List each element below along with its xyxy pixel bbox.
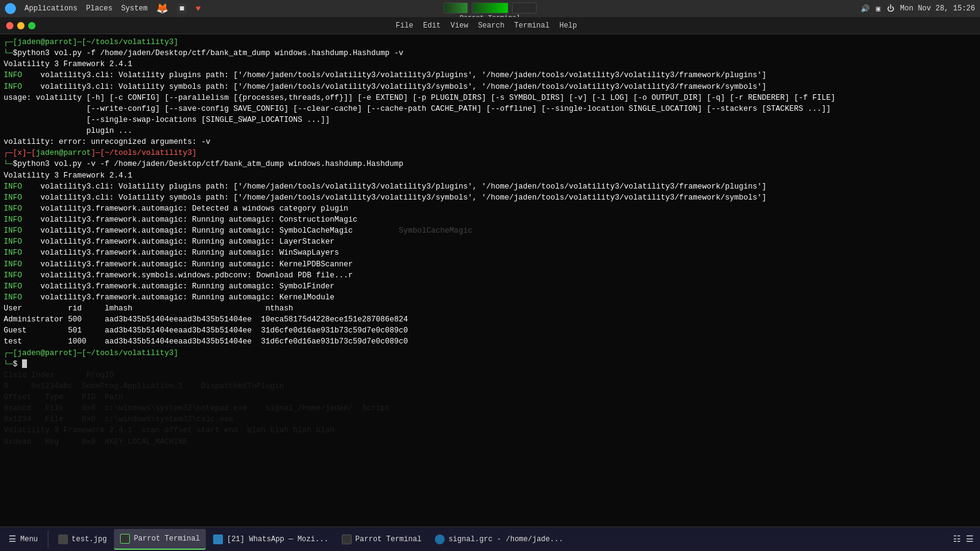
terminal-line: ┌─[x]─[jaden@parrot]─[~/tools/volatility… [4,148,976,159]
close-button[interactable] [6,22,13,29]
screen-icon: ▣ [876,4,880,13]
terminal-icon2 [342,534,352,544]
parrot-icon2: ♥ [195,4,200,13]
terminal-line: plugin ... [4,126,976,137]
terminal-line: INFO volatility3.cli: Volatility symbols… [4,81,976,92]
browser-icon: 🦊 [156,2,168,15]
terminal-line: usage: volatility [-h] [-c CONFIG] [--pa… [4,92,976,103]
topbar-places[interactable]: Places [86,4,112,13]
menu-help[interactable]: Help [559,21,577,30]
terminal-line: [--single-swap-locations [SINGLE_SWAP_LO… [4,114,976,126]
terminal-line: INFO volatility3.framework.automagic: Ru… [4,247,976,258]
faded-line: Clsid Index ProgID [4,370,976,381]
terminal-titlebar: File Edit View Search Terminal Help [0,17,980,34]
browser-icon2 [213,534,223,544]
terminal-window: File Edit View Search Terminal Help ┌─[j… [0,17,980,527]
terminal-line: volatility: error: unrecognized argument… [4,137,976,148]
minimize-button[interactable] [17,22,24,29]
taskbar-item-testjpg[interactable]: test.jpg [52,529,113,550]
taskbar-right-icons: ☷ ☰ [953,534,978,544]
terminal-icon1 [120,534,130,544]
taskbar-grid-icon: ☷ [953,534,961,544]
terminal-line: └─$ [4,359,976,370]
cursor [22,359,27,368]
maximize-button[interactable] [28,22,36,29]
taskbar-item-whatsapp[interactable]: [21] WhatsApp — Mozi... [207,529,334,550]
taskbar-menu-label: Menu [20,535,38,544]
faded-line: 0x1234 File 0x0 c:\windows\system32\calc… [4,414,976,425]
terminal-content[interactable]: ┌─[jaden@parrot]─[~/tools/volatility3] └… [0,34,980,527]
taskbar-signal-label: signal.grc - /home/jade... [448,535,563,544]
taskbar-terminal1-label: Parrot Terminal [134,534,200,543]
terminal-icon: ■ [177,3,187,14]
taskbar-view-icon: ☰ [966,534,974,544]
faded-line: 0 0x1234abc SomeProg.Application.1 Dispa… [4,381,976,392]
terminal-line: INFO volatility3.framework.automagic: De… [4,203,976,214]
volume-icon: 🔊 [861,4,870,13]
taskbar-item-terminal1[interactable]: Parrot Terminal [114,529,206,550]
terminal-line: Volatility 3 Framework 2.4.1 [4,170,976,181]
terminal-line: INFO volatility3.framework.automagic: Ru… [4,292,976,303]
taskbar-separator [48,531,48,548]
terminal-line: Volatility 3 Framework 2.4.1 [4,59,976,70]
faded-line: Offset Type PID Path [4,392,976,403]
taskbar: ☰ Menu test.jpg Parrot Terminal [21] Wha… [0,527,980,551]
topbar-applications[interactable]: Applications [24,4,77,13]
taskbar-whatsapp-label: [21] WhatsApp — Mozi... [227,535,328,544]
topbar-right: 🔊 ▣ ⏻ Mon Nov 28, 15:26 [861,4,975,13]
terminal-line: INFO volatility3.framework.automagic: Ru… [4,259,976,270]
table-row-test: test 1000 aad3b435b51404eeaad3b435b51404… [4,336,976,347]
topbar-left: Applications Places System 🦊 ■ ♥ [5,2,201,15]
terminal-line: [--write-config] [--save-config SAVE_CON… [4,103,976,114]
taskbar-menu-button[interactable]: ☰ Menu [2,529,44,550]
terminal-line: INFO volatility3.framework.automagic: Ru… [4,236,976,247]
parrot-logo-icon [5,3,16,14]
faded-line: 0xdead Reg 0x0 HKEY_LOCAL_MACHINE [4,437,976,448]
power-icon: ⏻ [887,4,894,13]
menu-edit[interactable]: Edit [423,21,441,30]
taskbar-testjpg-label: test.jpg [72,535,107,544]
system-topbar: Applications Places System 🦊 ■ ♥ Parrot … [0,0,980,17]
taskbar-terminal2-label: Parrot Terminal [355,535,421,544]
terminal-line: INFO volatility3.framework.automagic: Ru… [4,225,976,236]
table-row-admin: Administrator 500 aad3b435b51404eeaad3b4… [4,314,976,325]
terminal-line: └─$python3 vol.py -f /home/jaden/Desktop… [4,48,976,59]
taskbar-item-terminal2[interactable]: Parrot Terminal [336,529,428,550]
datetime: Mon Nov 28, 15:26 [900,4,975,13]
table-header-line: User rid lmhash nthash [4,303,976,314]
menu-file[interactable]: File [396,21,413,30]
taskbar-item-signal[interactable]: signal.grc - /home/jade... [429,529,569,550]
menu-terminal[interactable]: Terminal [514,21,550,30]
menu-view[interactable]: View [451,21,469,30]
titlebar-controls [6,22,36,29]
faded-line: Volatility 3 Framework 2.4.1 scan offset… [4,425,976,436]
menu-icon: ☰ [9,534,17,544]
terminal-line: INFO volatility3.cli: Volatility symbols… [4,192,976,203]
terminal-line: └─$python3 vol.py -v -f /home/jaden/Desk… [4,159,976,170]
faded-line: 0xabcd File 0x0 c:\windows\system32\note… [4,403,976,414]
titlebar-menus: File Edit View Search Terminal Help [396,21,577,30]
terminal-line: ┌─[jaden@parrot]─[~/tools/volatility3] [4,348,976,359]
terminal-line: INFO volatility3.cli: Volatility plugins… [4,181,976,192]
image-icon [58,534,68,544]
table-row-guest: Guest 501 aad3b435b51404eeaad3b435b51404… [4,325,976,336]
terminal-line: INFO volatility3.framework.automagic: Ru… [4,281,976,292]
terminal-line: INFO volatility3.cli: Volatility plugins… [4,70,976,81]
topbar-system[interactable]: System [121,4,148,13]
signal-icon [435,534,445,544]
terminal-line: INFO volatility3.framework.symbols.windo… [4,270,976,281]
terminal-line: ┌─[jaden@parrot]─[~/tools/volatility3] [4,37,976,48]
menu-search[interactable]: Search [478,21,504,30]
terminal-line: INFO volatility3.framework.automagic: Ru… [4,214,976,225]
